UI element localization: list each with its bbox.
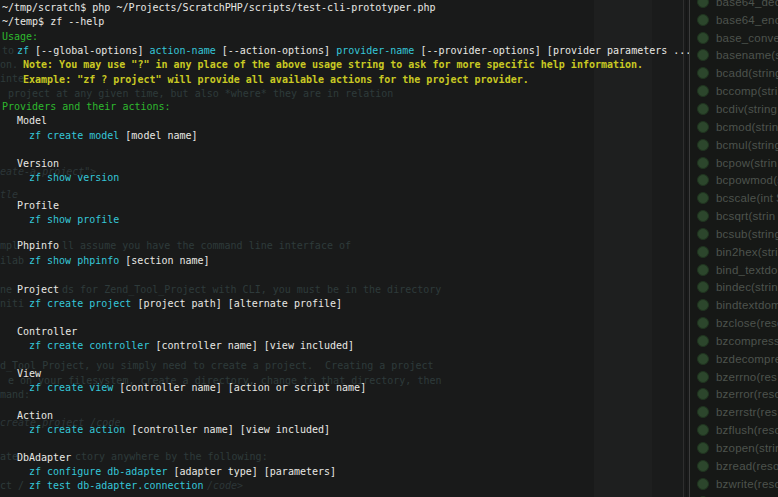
function-list-item-label: base64_enco	[716, 14, 778, 26]
terminal-text-cmd: zf create model	[29, 130, 119, 141]
terminal-text-plain: [--global-options]	[29, 45, 149, 56]
background-ghost-text: niti	[0, 298, 24, 310]
function-list-item[interactable]: cal_days_in	[690, 493, 778, 497]
function-list-item-label: bzcompress	[716, 335, 778, 347]
function-icon	[697, 32, 709, 44]
function-list-item-label: bzwrite(reso	[716, 478, 778, 490]
function-list-item[interactable]: bzerrno(res	[690, 368, 778, 386]
terminal-line: zf create model [model name]	[29, 130, 198, 142]
background-ghost-text: ilab	[0, 255, 24, 267]
function-list-item[interactable]: basename(st	[690, 47, 778, 65]
terminal-text-plain: View	[17, 368, 41, 379]
function-list-item[interactable]: bcmul(string	[690, 136, 778, 154]
function-list-item[interactable]: bcdiv(string	[690, 100, 778, 118]
function-icon	[697, 49, 709, 61]
function-list-item-label: bcscale(int $	[716, 192, 778, 204]
terminal-line: Action	[17, 410, 53, 422]
function-list-item-label: basename(st	[716, 49, 778, 61]
terminal-line: Profile	[17, 200, 59, 212]
background-ghost-text: mand:	[0, 389, 30, 401]
function-list-item[interactable]: bzerror(reso	[690, 386, 778, 404]
function-icon	[697, 353, 709, 365]
background-ghost-text: d_Tool_Project, you simply need to creat…	[0, 360, 433, 372]
terminal-line: zf create action [controller name] [view…	[29, 424, 330, 436]
function-icon	[697, 192, 709, 204]
terminal-line: zf [--global-options] action-name [--act…	[17, 45, 697, 57]
terminal-text-plain: ~/tmp/scratch$ php ~/Projects/ScratchPHP…	[2, 2, 435, 13]
function-list-item[interactable]: base64_dec	[690, 0, 778, 11]
function-list-item-label: bin2hex(stri	[716, 246, 778, 258]
function-list-item[interactable]: bzopen(strin	[690, 439, 778, 457]
function-icon	[697, 157, 709, 169]
function-list-item-label: bccomp(stri	[716, 85, 778, 97]
terminal-line: zf create view [controller name] [action…	[29, 382, 366, 394]
function-list-item[interactable]: bccomp(stri	[690, 82, 778, 100]
function-list-item[interactable]: bzdecompre	[690, 350, 778, 368]
function-icon	[697, 335, 709, 347]
function-list-item-label: base64_dec	[716, 0, 778, 8]
function-list-item[interactable]: bindtextdom	[690, 296, 778, 314]
function-list-item[interactable]: bzerrstr(res	[690, 403, 778, 421]
function-icon	[697, 317, 709, 329]
terminal-text-header: Providers and their actions:	[2, 101, 171, 112]
function-list-item[interactable]: bin2hex(stri	[690, 243, 778, 261]
function-list-item-label: bzerrno(res	[716, 371, 777, 383]
terminal-text-note: Note: You may use "?" in any place of th…	[23, 59, 643, 70]
function-list-item[interactable]: bzwrite(reso	[690, 475, 778, 493]
function-list-item-label: bindec(strin	[716, 281, 778, 293]
terminal-text-plain: Model	[17, 115, 47, 126]
terminal-line: Example: "zf ? project" will provide all…	[23, 74, 529, 86]
terminal-text-plain: [controller name] [view included]	[149, 340, 354, 351]
pane-divider	[689, 0, 690, 497]
function-list-item[interactable]: bzcompress	[690, 332, 778, 350]
function-icon	[697, 264, 709, 276]
function-list-item[interactable]: bcpow(strin	[690, 154, 778, 172]
terminal-text-cmd: zf show version	[29, 172, 119, 183]
terminal-text-header: Usage:	[2, 31, 38, 42]
function-list-item[interactable]: base64_enco	[690, 11, 778, 29]
function-list-item[interactable]: bzflush(reso	[690, 421, 778, 439]
terminal-text-plain: [--action-options]	[216, 45, 336, 56]
function-list-item[interactable]: bcmod(strin	[690, 118, 778, 136]
function-list-item[interactable]: bzclose(reso	[690, 314, 778, 332]
function-icon	[697, 442, 709, 454]
terminal-line: Version	[17, 158, 59, 170]
function-list-item[interactable]: bindec(strin	[690, 279, 778, 297]
function-list: base64_decbase64_encobase_converbasename…	[690, 0, 778, 497]
function-list-item[interactable]: bind_textdo	[690, 261, 778, 279]
terminal-text-cmd: provider-name	[336, 45, 414, 56]
function-icon	[697, 121, 709, 133]
terminal-text-plain: Controller	[17, 326, 77, 337]
terminal-text-plain: [controller name] [action or script name…	[113, 382, 366, 393]
function-icon	[697, 281, 709, 293]
background-ghost-text: ct /	[0, 480, 24, 492]
function-list-item[interactable]: bcscale(int $	[690, 189, 778, 207]
function-browser-panel: base64_decbase64_encobase_converbasename…	[690, 0, 778, 497]
terminal-text-plain: Action	[17, 410, 53, 421]
function-list-item[interactable]: bcsqrt(strin	[690, 207, 778, 225]
function-icon	[697, 460, 709, 472]
terminal-text-cmd: zf create project	[29, 298, 131, 309]
function-list-item[interactable]: bcpowmod(s	[690, 171, 778, 189]
background-ghost-text: ll assume you have the command line inte…	[62, 240, 351, 252]
terminal-text-plain: Phpinfo	[17, 240, 59, 251]
background-ghost-text: ds for Zend_Tool_Project with CLI, you m…	[62, 284, 441, 296]
function-list-item[interactable]: bzread(reso	[690, 457, 778, 475]
function-icon	[697, 228, 709, 240]
function-list-item[interactable]: bcadd(string	[690, 64, 778, 82]
function-list-item[interactable]: base_conver	[690, 29, 778, 47]
terminal-text-plain: Version	[17, 158, 59, 169]
background-ghost-text: ne	[0, 284, 12, 296]
function-list-item[interactable]: bcsub(string	[690, 225, 778, 243]
terminal-text-note: Example: "zf ? project" will provide all…	[23, 74, 529, 85]
terminal-text-cmd: zf show profile	[29, 214, 119, 225]
terminal-text-plain: [--provider-options] [provider parameter…	[414, 45, 697, 56]
function-list-item-label: bzdecompre	[716, 353, 778, 365]
terminal-window: toon.inteproject at any given time, but …	[0, 0, 778, 497]
terminal-line: zf show version	[29, 172, 119, 184]
function-icon	[697, 388, 709, 400]
terminal-text-plain: Profile	[17, 200, 59, 211]
terminal-text-cmd: zf create action	[29, 424, 125, 435]
function-list-item-label: base_conver	[716, 32, 778, 44]
background-ghost-text: on.	[0, 59, 18, 71]
